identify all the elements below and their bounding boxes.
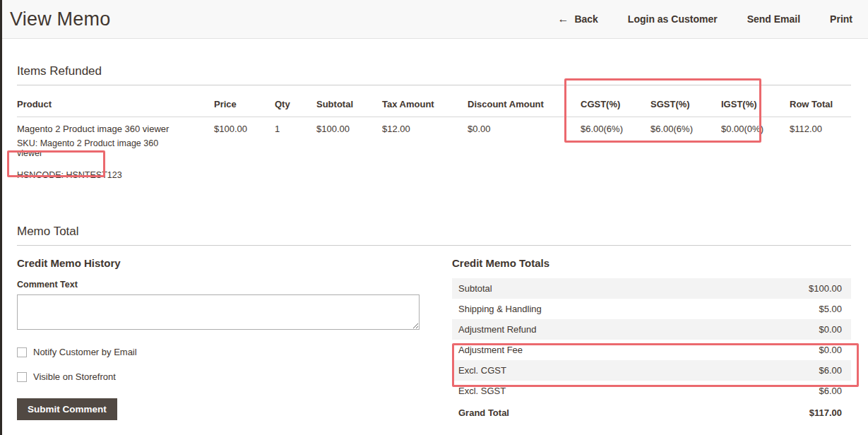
- totals-label: Adjustment Refund: [458, 324, 537, 335]
- price-cell: $100.00: [214, 117, 275, 185]
- column-header-sgst: SGST(%): [650, 90, 721, 117]
- send-email-label: Send Email: [747, 13, 800, 25]
- view-memo-page: View Memo ← Back Login as Customer Send …: [0, 0, 868, 435]
- totals-label: Shipping & Handling: [458, 304, 542, 314]
- back-button[interactable]: ← Back: [556, 11, 599, 28]
- totals-value: $6.00: [819, 386, 842, 396]
- header-actions: ← Back Login as Customer Send Email Prin…: [556, 11, 854, 28]
- credit-memo-history: Credit Memo History Comment Text Notify …: [17, 257, 420, 423]
- column-header-subtotal: Subtotal: [316, 90, 382, 117]
- comment-text-label: Comment Text: [17, 280, 420, 290]
- row-total-cell: $112.00: [790, 117, 851, 185]
- comment-text-input[interactable]: [17, 294, 420, 330]
- column-header-cgst: CGST(%): [581, 90, 650, 117]
- totals-label: Excl. CGST: [458, 365, 506, 376]
- column-header-row-total: Row Total: [790, 90, 851, 117]
- totals-row-excl-sgst: Excl. SGST $6.00: [452, 381, 851, 401]
- totals-value: $5.00: [819, 304, 842, 314]
- memo-total-heading: Memo Total: [17, 225, 851, 246]
- login-as-customer-label: Login as Customer: [628, 13, 718, 25]
- totals-label: Adjustment Fee: [458, 345, 523, 355]
- product-sku: SKU: Magento 2 Product image 360 viewer: [17, 139, 183, 158]
- back-arrow-icon: ←: [557, 13, 569, 25]
- notify-customer-row: Notify Customer by Email: [17, 347, 420, 357]
- totals-row-subtotal: Subtotal $100.00: [452, 278, 851, 299]
- print-label: Print: [830, 13, 852, 25]
- items-refunded-table: Product Price Qty Subtotal Tax Amount Di…: [17, 90, 851, 184]
- totals-table: Subtotal $100.00 Shipping & Handling $5.…: [452, 278, 851, 423]
- totals-label: Grand Total: [458, 407, 509, 418]
- tax-amount-cell: $12.00: [382, 117, 468, 185]
- visible-storefront-label: Visible on Storefront: [33, 371, 116, 382]
- totals-row-excl-cgst: Excl. CGST $6.00: [452, 360, 851, 381]
- column-header-product: Product: [17, 90, 214, 117]
- credit-memo-totals: Credit Memo Totals Subtotal $100.00 Ship…: [452, 257, 851, 423]
- column-header-igst: IGST(%): [721, 90, 790, 117]
- notify-customer-checkbox[interactable]: [17, 347, 27, 357]
- back-button-label: Back: [574, 13, 598, 25]
- totals-row-shipping: Shipping & Handling $5.00: [452, 299, 851, 319]
- send-email-button[interactable]: Send Email: [746, 11, 802, 28]
- column-header-tax-amount: Tax Amount: [382, 90, 468, 117]
- content-area: Items Refunded Product Price Qty Subtota…: [0, 39, 868, 423]
- product-name: Magento 2 Product image 360 viewer: [17, 124, 207, 134]
- items-table-header-row: Product Price Qty Subtotal Tax Amount Di…: [17, 90, 851, 117]
- login-as-customer-button[interactable]: Login as Customer: [626, 11, 719, 28]
- column-header-qty: Qty: [275, 90, 316, 117]
- column-header-price: Price: [214, 90, 275, 117]
- product-hsncode: HSNCODE: HSNTEST123: [17, 170, 207, 180]
- product-cell: Magento 2 Product image 360 viewer SKU: …: [17, 117, 214, 185]
- page-title: View Memo: [10, 8, 110, 30]
- totals-row-adjustment-fee: Adjustment Fee $0.00: [452, 340, 851, 360]
- qty-cell: 1: [275, 117, 316, 185]
- totals-value: $6.00: [819, 365, 842, 376]
- submit-comment-button[interactable]: Submit Comment: [17, 398, 117, 420]
- subtotal-cell: $100.00: [316, 117, 382, 185]
- visible-storefront-checkbox[interactable]: [17, 372, 27, 382]
- column-header-discount-amount: Discount Amount: [468, 90, 581, 117]
- totals-label: Subtotal: [458, 283, 492, 294]
- totals-value: $100.00: [809, 283, 842, 294]
- visible-storefront-row: Visible on Storefront: [17, 371, 420, 382]
- items-refunded-heading: Items Refunded: [17, 64, 851, 85]
- cgst-cell: $6.00(6%): [581, 117, 650, 185]
- page-header: View Memo ← Back Login as Customer Send …: [0, 0, 868, 39]
- totals-value: $0.00: [819, 345, 842, 355]
- sgst-cell: $6.00(6%): [650, 117, 721, 185]
- igst-cell: $0.00(0%): [721, 117, 790, 185]
- notify-customer-label: Notify Customer by Email: [33, 347, 137, 357]
- totals-value: $0.00: [819, 324, 842, 335]
- credit-memo-history-title: Credit Memo History: [17, 257, 420, 269]
- totals-row-adjustment-refund: Adjustment Refund $0.00: [452, 319, 851, 340]
- totals-value: $117.00: [809, 407, 842, 418]
- sidebar-edge: [0, 0, 2, 435]
- print-button[interactable]: Print: [828, 11, 854, 28]
- credit-memo-totals-title: Credit Memo Totals: [452, 257, 851, 269]
- discount-amount-cell: $0.00: [468, 117, 581, 185]
- totals-row-grand-total: Grand Total $117.00: [452, 403, 851, 423]
- memo-total-section: Memo Total Credit Memo History Comment T…: [17, 225, 851, 423]
- totals-label: Excl. SGST: [458, 386, 506, 396]
- table-row: Magento 2 Product image 360 viewer SKU: …: [17, 117, 851, 185]
